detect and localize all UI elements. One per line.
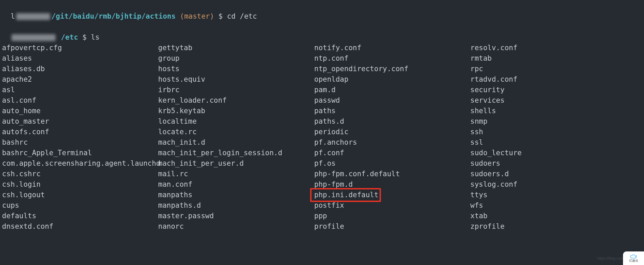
prompt-symbol: $: [82, 33, 87, 41]
ls-output[interactable]: afpovertcp.cfgaliasesaliases.dbapache2as…: [2, 43, 642, 232]
censored-user: [10, 32, 57, 43]
ls-item: auto_home: [2, 106, 158, 116]
cloud-icon: [629, 254, 638, 259]
ls-item: xtab: [470, 211, 642, 221]
ls-item: apache2: [2, 74, 158, 85]
command-text: ls: [91, 33, 100, 41]
ls-item: ttys: [470, 190, 642, 200]
ls-column-2: gettytabgrouphostshosts.equivirbrckern_l…: [158, 43, 314, 232]
ls-item: ssl: [470, 137, 642, 148]
ls-item: krb5.keytab: [158, 106, 314, 116]
ls-item: com.apple.screensharing.agent.launchd: [2, 158, 158, 169]
ls-item: sudoers: [470, 158, 642, 169]
ls-item: shells: [470, 106, 642, 116]
ls-item: csh.cshrc: [2, 169, 158, 179]
ls-item: hosts.equiv: [158, 74, 314, 85]
svg-point-0: [636, 256, 637, 257]
ls-item: bashrc: [2, 137, 158, 148]
ls-item: notify.conf: [314, 43, 470, 53]
ls-item: mach_init_per_user.d: [158, 158, 314, 169]
ls-item: csh.logout: [2, 190, 158, 200]
ls-item: ntp.conf: [314, 53, 470, 64]
cwd-path: /etc: [61, 33, 78, 41]
ls-item: auto_master: [2, 116, 158, 127]
ls-item: snmp: [470, 116, 642, 127]
ls-item: openldap: [314, 74, 470, 85]
ls-item: mach_init.d: [158, 137, 314, 148]
ls-item: pf.conf: [314, 148, 470, 158]
ls-item: syslog.conf: [470, 179, 642, 190]
ls-item: afpovertcp.cfg: [2, 43, 158, 53]
ls-item: pam.d: [314, 85, 470, 95]
ls-item: hosts: [158, 64, 314, 74]
ls-item: postfix: [314, 200, 470, 211]
git-branch: (master): [180, 12, 214, 20]
ls-item: group: [158, 53, 314, 64]
ls-item: zprofile: [470, 221, 642, 232]
ls-item: paths.d: [314, 116, 470, 127]
ls-item: php.ini.default: [314, 190, 470, 200]
ls-item: rpc: [470, 64, 642, 74]
ls-item: paths: [314, 106, 470, 116]
ls-item: master.passwd: [158, 211, 314, 221]
ls-item: periodic: [314, 127, 470, 137]
ls-item: pf.anchors: [314, 137, 470, 148]
watermark-badge: 亿速云: [623, 251, 644, 265]
ls-item: man.conf: [158, 179, 314, 190]
ls-item: aliases: [2, 53, 158, 64]
watermark-brand: 亿速云: [629, 259, 638, 263]
ls-item: localtime: [158, 116, 314, 127]
ls-item: resolv.conf: [470, 43, 642, 53]
ls-item: mach_init_per_login_session.d: [158, 148, 314, 158]
ls-item: rmtab: [470, 53, 642, 64]
ls-item: passwd: [314, 95, 470, 106]
ls-item: bashrc_Apple_Terminal: [2, 148, 158, 158]
ls-item: manpaths: [158, 190, 314, 200]
ls-item: aliases.db: [2, 64, 158, 74]
user-prefix: l: [10, 12, 15, 20]
ls-item: nanorc: [158, 221, 314, 232]
terminal-line-1[interactable]: l/git/baidu/rmb/bjhtip/actions (master) …: [2, 1, 642, 22]
ls-item: sudoers.d: [470, 169, 642, 179]
highlight-box: [310, 188, 381, 202]
censored-user: [15, 11, 51, 22]
ls-item: asl: [2, 85, 158, 95]
ls-item: asl.conf: [2, 95, 158, 106]
ls-item: ppp: [314, 211, 470, 221]
ls-item: csh.login: [2, 179, 158, 190]
ls-item: mail.rc: [158, 169, 314, 179]
ls-item: profile: [314, 221, 470, 232]
cwd-path: /git/baidu/rmb/bjhtip/actions: [51, 12, 176, 20]
prompt-symbol: $: [218, 12, 223, 20]
ls-column-1: afpovertcp.cfgaliasesaliases.dbapache2as…: [2, 43, 158, 232]
ls-item: wfs: [470, 200, 642, 211]
ls-item: irbrc: [158, 85, 314, 95]
ls-item: ssh: [470, 127, 642, 137]
ls-item: php-fpm.conf.default: [314, 169, 470, 179]
terminal-line-2[interactable]: /etc $ ls: [2, 22, 642, 43]
ls-column-3: notify.confntp.confntp_opendirectory.con…: [314, 43, 470, 232]
watermark-url: https://blog.csdn: [597, 253, 624, 264]
ls-item: rtadvd.conf: [470, 74, 642, 85]
ls-item: services: [470, 95, 642, 106]
ls-item: kern_loader.conf: [158, 95, 314, 106]
ls-item: cups: [2, 200, 158, 211]
ls-item: ntp_opendirectory.conf: [314, 64, 470, 74]
ls-item: security: [470, 85, 642, 95]
ls-item: dnsextd.conf: [2, 221, 158, 232]
ls-item: pf.os: [314, 158, 470, 169]
ls-item: gettytab: [158, 43, 314, 53]
ls-item: locate.rc: [158, 127, 314, 137]
ls-item: php-fpm.d: [314, 179, 470, 190]
ls-item: defaults: [2, 211, 158, 221]
command-text: cd /etc: [227, 12, 257, 20]
ls-item: sudo_lecture: [470, 148, 642, 158]
ls-item: autofs.conf: [2, 127, 158, 137]
ls-column-4: resolv.confrmtabrpcrtadvd.confsecurityse…: [470, 43, 642, 232]
ls-item: manpaths.d: [158, 200, 314, 211]
